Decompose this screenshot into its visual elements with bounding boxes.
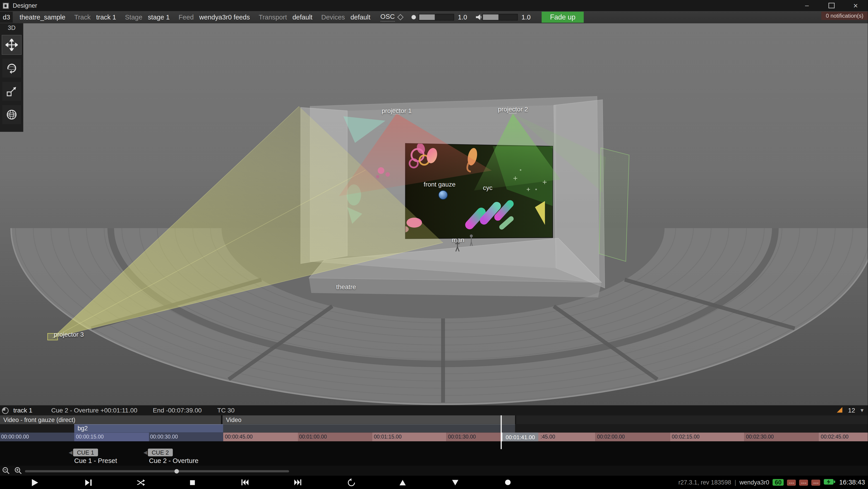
crossfade-icon [135,478,146,487]
close-button[interactable]: × [843,0,868,11]
front-gauze-label[interactable]: front gauze [424,181,456,188]
stage-label: Stage [125,13,143,21]
designer-window: { "window": { "title": "Designer", "noti… [0,0,868,489]
next-cue-button[interactable] [288,476,308,489]
health-slot[interactable]: --- [811,479,820,485]
cyc-label[interactable]: cyc [483,184,492,191]
bg2-bar-segment-blue[interactable] [74,424,223,433]
rotate-tool-button[interactable] [2,59,21,78]
theatre-label[interactable]: theatre [336,283,356,290]
record-icon [503,478,512,487]
playhead-time[interactable]: 00:01:41.00 [501,432,538,441]
transport-menu[interactable]: default [292,13,312,21]
scale-icon [5,85,18,98]
return-icon [346,478,356,487]
cue-notch-icon: ◀ [144,450,147,455]
notifications-badge[interactable]: 0 notification(s) [822,11,868,20]
scrollbar-thumb[interactable] [175,469,179,473]
projector1-label[interactable]: projector 1 [381,108,411,114]
osc-diamond-icon [397,14,403,20]
maximize-icon [828,3,834,8]
tc-readout: TC 30 [217,407,235,414]
projector2-label[interactable]: projector 2 [498,106,528,112]
timeline-ruler[interactable]: 00:00:00.00 00:00:15.00 00:00:30.00 00:0… [0,432,868,441]
maximize-button[interactable] [819,0,843,11]
move-icon [5,39,18,51]
layers-tool-icon[interactable] [836,406,843,414]
ruler-tick: 00:02:15.00 [672,433,700,440]
menu-bar: d3 theatre_sample Track track 1 Stage st… [0,11,868,23]
end-readout: End -00:07:39.00 [153,407,202,414]
scene-3d[interactable] [0,23,868,405]
volume-slider[interactable] [482,14,518,20]
cue1-name[interactable]: Cue 1 - Preset [74,457,117,464]
zoom-in-icon[interactable] [14,467,22,477]
version-text: r27.3.1, rev 183598 [678,479,731,486]
scale-tool-button[interactable] [2,82,21,101]
ruler-tick: 00:00:45.00 [225,433,253,440]
ruler-tick: 00:01:30.00 [448,433,476,440]
status-bar: r27.3.1, rev 183598 | wendya3r0 60 --- -… [678,476,865,489]
track-name[interactable]: track 1 [13,407,32,414]
fade-up-button[interactable]: Fade up [542,11,584,23]
play-to-next-button[interactable] [78,476,98,489]
globe-tool-button[interactable] [2,105,21,124]
devices-label: Devices [321,13,345,21]
rotate-icon [5,62,18,74]
brightness-value[interactable]: 1.0 [458,13,467,21]
front-gauze-marker[interactable] [438,190,447,199]
status-separator: | [735,479,736,486]
ruler-tick: 00:01:15.00 [374,433,402,440]
projector3-label[interactable]: projector 3 [54,331,84,338]
previous-cue-button[interactable] [235,476,255,489]
cue2-tag[interactable]: ◀ CUE 2 [144,449,173,456]
transport-label: Transport [259,13,287,21]
playhead-line[interactable] [501,416,502,449]
health-slot[interactable]: --- [799,479,808,485]
ruler-tick: 00:02:30.00 [746,433,774,440]
layer-video-front-gauze[interactable]: Video - front gauze (direct) [0,416,222,424]
up-triangle-icon [398,478,407,487]
timeline-collapse-caret[interactable]: ▼ [860,407,865,413]
man-label[interactable]: man [452,237,464,243]
volume-value[interactable]: 1.0 [521,13,531,21]
project-menu[interactable]: theatre_sample [20,13,65,21]
stop-button[interactable] [182,476,202,489]
cue-readout: Cue 2 - Overture +00:01:11.00 [51,407,137,414]
machine-name[interactable]: wendya3r0 [739,479,769,486]
previous-cue-icon [240,478,250,487]
stage-menu[interactable]: stage 1 [148,13,169,21]
layers-row: Video - front gauze (direct) Video [0,416,868,424]
cue-area: ◀ CUE 1 Cue 1 - Preset ◀ CUE 2 Cue 2 - O… [0,441,868,466]
layer-video[interactable]: Video [222,416,516,424]
timeline-scrollbar[interactable] [25,470,289,472]
app-icon [3,2,9,9]
clock: 16:38:43 [839,479,865,486]
return-button[interactable] [341,476,361,489]
d3-menu[interactable]: d3 [0,11,13,23]
health-slot[interactable]: --- [787,479,796,485]
brightness-icon [411,15,416,20]
minimize-button[interactable]: – [795,0,819,11]
jump-up-button[interactable] [393,476,412,489]
osc-menu[interactable]: OSC [380,13,395,22]
cue1-tag[interactable]: ◀ CUE 1 [69,449,98,456]
feed-menu[interactable]: wendya3r0 feeds [199,13,250,21]
stage-viewport[interactable]: projector 1 projector 2 projector 3 fron… [0,23,868,405]
cue2-name[interactable]: Cue 2 - Overture [149,457,198,464]
play-button[interactable] [25,476,44,489]
jump-down-button[interactable] [445,476,465,489]
play-icon [30,478,39,487]
bg2-bar-segment-gray[interactable] [223,424,515,433]
title-bar: Designer – × [0,0,868,11]
record-button[interactable] [498,476,518,489]
move-tool-button[interactable] [2,35,21,54]
cue-notch-icon: ◀ [69,450,72,455]
globe-icon [5,109,18,121]
brightness-slider[interactable] [418,14,454,20]
crossfade-button[interactable] [131,476,151,489]
fps-badge[interactable]: 60 [773,479,784,486]
zoom-out-icon[interactable] [2,467,10,477]
devices-menu[interactable]: default [350,13,370,21]
track-menu[interactable]: track 1 [96,13,116,21]
